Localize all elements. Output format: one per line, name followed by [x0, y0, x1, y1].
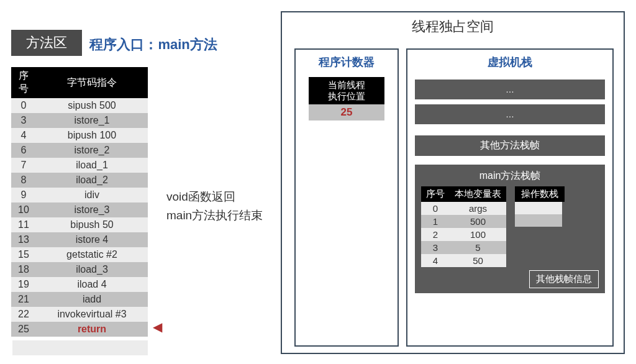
method-area-tag: 方法区	[11, 30, 82, 56]
stack-frame-slot: …	[415, 104, 605, 124]
bytecode-index: 10	[11, 202, 36, 217]
bytecode-index: 8	[11, 173, 36, 188]
bytecode-index: 11	[11, 217, 36, 232]
bytecode-instruction: iload 4	[36, 277, 148, 292]
program-entry-label: 程序入口：main方法	[89, 35, 217, 54]
locals-row: 35	[421, 241, 506, 254]
bytecode-instruction: iadd	[36, 292, 148, 307]
bytecode-instruction: sipush 500	[36, 98, 148, 113]
bytecode-index: 3	[11, 113, 36, 128]
pc-header-line-1: 当前线程	[328, 80, 365, 90]
decorative-shadow	[12, 340, 148, 355]
thread-space-panel: 线程独占空间 程序计数器 当前线程 执行位置 25 虚拟机栈 … … 其他方法栈…	[281, 11, 625, 354]
bytecode-table: 序号 字节码指令 0sipush 5003istore_14bipush 100…	[11, 67, 148, 337]
pc-current-value: 25	[309, 104, 384, 121]
locals-header-index: 序号	[421, 186, 450, 202]
locals-index: 4	[421, 254, 450, 267]
locals-row: 450	[421, 254, 506, 267]
stack-frame-slot: …	[415, 80, 605, 99]
bytecode-row: 4bipush 100	[11, 128, 148, 143]
bytecode-instruction: istore_1	[36, 113, 148, 128]
bytecode-row: 18iload_3	[11, 262, 148, 277]
bytecode-instruction: getstatic #2	[36, 247, 148, 262]
bytecode-index: 19	[11, 277, 36, 292]
bytecode-index: 9	[11, 188, 36, 202]
annotation-text: void函数返回 main方法执行结束	[166, 188, 263, 225]
bytecode-instruction: return	[36, 322, 148, 337]
locals-row: 2100	[421, 228, 506, 241]
bytecode-row: 25return	[11, 322, 148, 337]
other-frames-label: 其他方法栈帧	[415, 135, 605, 156]
bytecode-instruction: invokevirtual #3	[36, 307, 148, 322]
operand-stack-header: 操作数栈	[515, 186, 565, 202]
thread-space-title: 线程独占空间	[282, 12, 624, 40]
bytecode-row: 0sipush 500	[11, 98, 148, 113]
annotation-line-1: void函数返回	[166, 188, 263, 206]
bytecode-instruction: istore 4	[36, 232, 148, 247]
bytecode-row: 13istore 4	[11, 232, 148, 247]
bytecode-index: 7	[11, 158, 36, 173]
bytecode-row: 15getstatic #2	[11, 247, 148, 262]
bytecode-index: 22	[11, 307, 36, 322]
pc-box-header: 当前线程 执行位置	[309, 77, 384, 104]
col-header-index: 序号	[11, 67, 36, 98]
locals-value: 5	[450, 241, 506, 254]
bytecode-instruction: istore_3	[36, 202, 148, 217]
current-instruction-pointer-icon: ◀	[153, 319, 162, 334]
bytecode-row: 21iadd	[11, 292, 148, 307]
locals-value: 50	[450, 254, 506, 267]
operand-stack-slot	[515, 214, 562, 227]
bytecode-instruction: bipush 100	[36, 128, 148, 143]
method-area: 方法区 程序入口：main方法 序号 字节码指令 0sipush 5003ist…	[11, 30, 272, 337]
locals-index: 0	[421, 202, 450, 215]
locals-value: 500	[450, 215, 506, 228]
bytecode-instruction: bipush 50	[36, 217, 148, 232]
bytecode-index: 21	[11, 292, 36, 307]
program-counter-box: 当前线程 执行位置 25	[309, 77, 384, 121]
locals-index: 1	[421, 215, 450, 228]
other-frame-info-label: 其他栈帧信息	[529, 270, 599, 288]
annotation-line-2: main方法执行结束	[166, 206, 263, 225]
main-method-frame: main方法栈帧 序号 本地变量表 0args1500210035450 操作数…	[415, 165, 605, 293]
bytecode-row: 10istore_3	[11, 202, 148, 217]
col-header-instruction: 字节码指令	[36, 67, 148, 98]
vm-stack-panel: 虚拟机栈 … … 其他方法栈帧 main方法栈帧 序号 本地变量表 0args1…	[406, 48, 614, 347]
bytecode-index: 0	[11, 98, 36, 113]
locals-header-var: 本地变量表	[450, 186, 506, 202]
bytecode-row: 11bipush 50	[11, 217, 148, 232]
bytecode-instruction: istore_2	[36, 143, 148, 158]
bytecode-row: 9idiv	[11, 188, 148, 202]
operand-stack-column: 操作数栈	[515, 186, 565, 227]
pc-header-line-2: 执行位置	[328, 91, 365, 101]
bytecode-row: 8iload_2	[11, 173, 148, 188]
locals-value: 100	[450, 228, 506, 241]
bytecode-row: 22invokevirtual #3	[11, 307, 148, 322]
vm-stack-label: 虚拟机栈	[407, 50, 612, 75]
bytecode-index: 25	[11, 322, 36, 337]
program-counter-panel: 程序计数器 当前线程 执行位置 25	[294, 48, 399, 347]
locals-value: args	[450, 202, 506, 215]
bytecode-row: 7iload_1	[11, 158, 148, 173]
bytecode-index: 13	[11, 232, 36, 247]
locals-row: 1500	[421, 215, 506, 228]
bytecode-instruction: iload_1	[36, 158, 148, 173]
bytecode-instruction: idiv	[36, 188, 148, 202]
locals-index: 3	[421, 241, 450, 254]
locals-row: 0args	[421, 202, 506, 215]
program-counter-label: 程序计数器	[296, 50, 398, 75]
bytecode-index: 4	[11, 128, 36, 143]
main-frame-title: main方法栈帧	[421, 170, 599, 183]
bytecode-row: 6istore_2	[11, 143, 148, 158]
bytecode-row: 19iload 4	[11, 277, 148, 292]
bytecode-index: 15	[11, 247, 36, 262]
bytecode-row: 3istore_1	[11, 113, 148, 128]
locals-table: 序号 本地变量表 0args1500210035450	[421, 186, 506, 267]
bytecode-index: 6	[11, 143, 36, 158]
bytecode-index: 18	[11, 262, 36, 277]
locals-index: 2	[421, 228, 450, 241]
bytecode-instruction: iload_3	[36, 262, 148, 277]
operand-stack-slot	[515, 202, 562, 214]
bytecode-instruction: iload_2	[36, 173, 148, 188]
